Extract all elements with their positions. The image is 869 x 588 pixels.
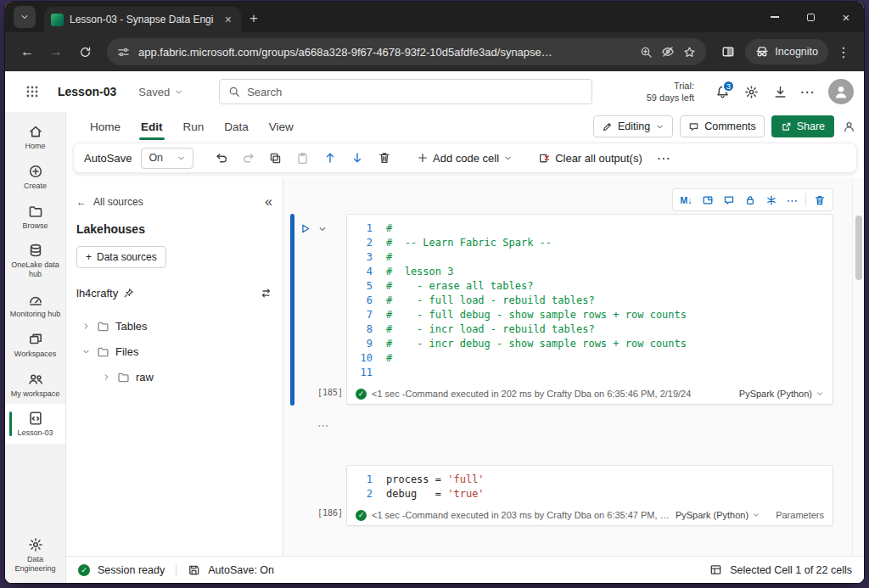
pin-icon[interactable] xyxy=(123,288,134,299)
move-up-button[interactable] xyxy=(317,146,342,171)
settings-button[interactable] xyxy=(737,85,765,99)
comments-button[interactable]: Comments xyxy=(680,115,764,137)
copy-button[interactable] xyxy=(263,146,288,171)
add-cell-indicator[interactable]: ⋯ xyxy=(317,419,330,432)
cell-selection-status: Selected Cell 1 of 22 cells xyxy=(730,564,852,576)
kernel-selector[interactable]: PySpark (Python) xyxy=(739,389,824,399)
add-code-cell-button[interactable]: Add code cell xyxy=(412,152,518,165)
split-screen-button[interactable] xyxy=(716,40,740,64)
chevron-right-icon[interactable] xyxy=(102,372,111,382)
tab-home[interactable]: Home xyxy=(80,112,131,141)
zoom-icon[interactable] xyxy=(640,46,653,59)
minimize-button[interactable] xyxy=(757,2,793,32)
save-status-dropdown[interactable]: Saved xyxy=(138,86,183,98)
move-down-button[interactable] xyxy=(345,146,369,171)
close-window-button[interactable]: × xyxy=(828,2,864,32)
convert-markdown-button[interactable]: M↓ xyxy=(676,190,697,210)
chevron-right-icon[interactable] xyxy=(81,322,91,331)
lakehouse-explorer: ← All sources « Lakehouses + Data source… xyxy=(66,178,283,556)
autosave-dropdown[interactable]: On xyxy=(141,148,193,169)
rail-item-onelake-data-hub[interactable]: OneLake data hub xyxy=(5,236,65,285)
account-avatar[interactable] xyxy=(828,79,854,104)
delete-cell-button[interactable] xyxy=(372,146,396,171)
rail-item-label: Lesson-03 xyxy=(17,428,53,438)
tab-close-icon[interactable]: × xyxy=(222,13,234,26)
line-number: 8 xyxy=(347,322,386,337)
freeze-cell-button[interactable] xyxy=(760,190,782,210)
share-button[interactable]: Share xyxy=(771,115,834,137)
tab-run[interactable]: Run xyxy=(173,112,215,141)
address-bar[interactable]: app.fabric.microsoft.com/groups/a668a328… xyxy=(107,38,706,65)
delete-cell-button[interactable] xyxy=(809,190,830,210)
app-rail: HomeCreateBrowseOneLake data hubMonitori… xyxy=(5,112,66,583)
editing-mode-button[interactable]: Editing xyxy=(593,115,673,137)
focus-cell-button[interactable] xyxy=(697,190,718,210)
code-line: 2debug = 'true' xyxy=(347,487,826,501)
rail-item-create[interactable]: Create xyxy=(5,157,65,197)
clear-outputs-button[interactable]: Clear all output(s) xyxy=(533,152,648,165)
tree-item-raw[interactable]: raw xyxy=(76,364,272,389)
bookmark-star-icon[interactable] xyxy=(683,46,696,59)
cell-more-button[interactable]: ⋯ xyxy=(782,190,803,210)
code-line: 7# - full debug - show sample rows + row… xyxy=(347,308,826,322)
app-launcher-button[interactable] xyxy=(15,85,49,98)
back-arrow-icon[interactable]: ← xyxy=(76,196,87,208)
eye-slash-icon[interactable] xyxy=(661,45,675,59)
scrollbar-thumb[interactable] xyxy=(855,216,862,280)
fabric-app: Lesson-03 Saved Trial: 59 days left 3 xyxy=(5,71,864,583)
cells-icon xyxy=(709,563,722,576)
search-input[interactable] xyxy=(247,86,583,98)
notifications-button[interactable]: 3 xyxy=(708,85,737,99)
scrollbar[interactable] xyxy=(852,178,864,556)
collapse-panel-icon[interactable]: « xyxy=(265,195,272,209)
all-sources-link[interactable]: All sources xyxy=(93,196,143,208)
code-line: 6# - full load - rebuild tables? xyxy=(347,294,826,308)
global-search[interactable] xyxy=(219,79,592,104)
presence-icon[interactable] xyxy=(843,120,855,133)
site-settings-icon[interactable] xyxy=(117,46,130,59)
rail-item-home[interactable]: Home xyxy=(5,117,65,157)
switch-lakehouse-icon[interactable] xyxy=(260,287,272,300)
tree-item-files[interactable]: Files xyxy=(76,339,272,364)
tree-item-tables[interactable]: Tables xyxy=(76,313,272,339)
clear-outputs-icon xyxy=(538,152,551,165)
url-text[interactable]: app.fabric.microsoft.com/groups/a668a328… xyxy=(138,46,631,59)
database-icon xyxy=(28,243,43,258)
add-data-sources-button[interactable]: + Data sources xyxy=(76,246,166,268)
header-more-button[interactable]: ⋯ xyxy=(794,83,820,101)
code-line: 11 xyxy=(347,366,826,380)
chevron-down-icon[interactable] xyxy=(81,347,91,356)
lakehouse-item[interactable]: lh4crafty xyxy=(76,287,272,300)
comment-cell-button[interactable] xyxy=(718,190,739,210)
browser-tab[interactable]: Lesson-03 - Synapse Data Engi × xyxy=(44,7,241,32)
run-cell-icon[interactable] xyxy=(299,222,311,235)
execution-count: [185] xyxy=(302,388,343,397)
maximize-icon xyxy=(807,14,815,21)
rail-item-monitoring-hub[interactable]: Monitoring hub xyxy=(5,285,65,325)
rail-item-my-workspace[interactable]: My workspace xyxy=(5,365,65,405)
kernel-selector[interactable]: PySpark (Python) xyxy=(676,510,760,520)
new-tab-button[interactable]: + xyxy=(249,11,258,25)
rail-item-browse[interactable]: Browse xyxy=(5,197,65,237)
refresh-button[interactable] xyxy=(73,40,97,64)
code-editor[interactable]: 1process = 'full'2debug = 'true' xyxy=(347,466,833,505)
tab-edit[interactable]: Edit xyxy=(131,112,173,141)
downloads-button[interactable] xyxy=(765,85,794,99)
rail-item-lesson-03[interactable]: Lesson-03 xyxy=(5,404,65,444)
rail-item-workspaces[interactable]: Workspaces xyxy=(5,325,65,365)
toolbar-more-button[interactable]: ⋯ xyxy=(650,150,677,166)
tab-data[interactable]: Data xyxy=(214,112,259,141)
incognito-icon xyxy=(755,45,769,59)
browser-menu-button[interactable]: ⋮ xyxy=(833,44,854,60)
tab-actions-button[interactable] xyxy=(14,6,36,28)
lock-cell-button[interactable] xyxy=(739,190,760,210)
chevron-down-icon xyxy=(816,389,824,398)
maximize-button[interactable] xyxy=(793,2,828,32)
cell-status-row: ✓ <1 sec -Command executed in 203 ms by … xyxy=(347,505,833,525)
undo-button[interactable] xyxy=(209,146,233,171)
rail-item-data-engineering[interactable]: Data Engineering xyxy=(5,530,65,580)
code-editor[interactable]: 1#2# -- Learn Fabric Spark --3#4# lesson… xyxy=(347,215,833,384)
back-button[interactable]: ← xyxy=(15,40,39,64)
tab-view[interactable]: View xyxy=(259,112,304,141)
chevron-down-icon[interactable] xyxy=(317,224,328,234)
